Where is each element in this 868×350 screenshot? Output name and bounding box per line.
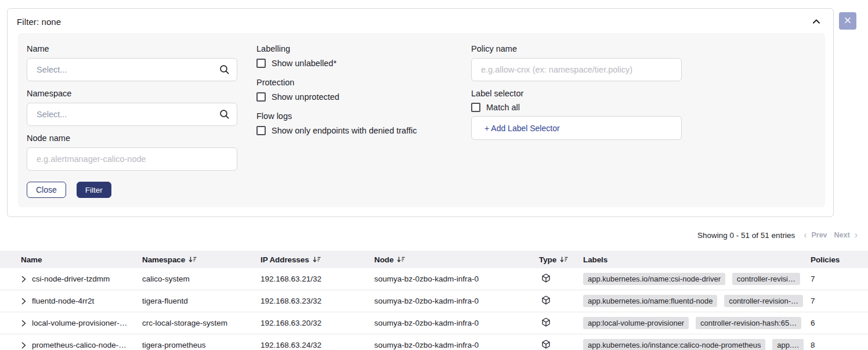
- name-select-input[interactable]: [27, 58, 237, 81]
- checkbox-icon: [256, 126, 266, 135]
- table-row[interactable]: fluentd-node-4rr2t tigera-fluentd 192.16…: [0, 290, 868, 312]
- dismiss-panel-button[interactable]: [839, 12, 856, 30]
- expand-row-icon[interactable]: [21, 341, 27, 349]
- endpoint-labels: app.kubernetes.io/name:fluentd-node cont…: [576, 295, 804, 307]
- endpoints-table: Name Namespace IP Addresses Node Type: [0, 251, 868, 350]
- sort-icon[interactable]: [313, 256, 321, 263]
- close-button[interactable]: Close: [27, 182, 66, 198]
- chevron-up-icon: [812, 17, 820, 26]
- endpoint-name: csi-node-driver-tzdmm: [32, 275, 110, 283]
- show-unprotected-checkbox[interactable]: Show unprotected: [256, 92, 451, 102]
- checkbox-icon: [471, 103, 480, 112]
- endpoint-node: soumya-bz-0zbo-kadm-infra-0: [367, 319, 532, 327]
- checkbox-icon: [256, 92, 266, 102]
- search-icon: [219, 64, 230, 77]
- prev-page-button[interactable]: Prev: [811, 231, 827, 239]
- endpoint-name: local-volume-provisioner-…: [32, 319, 127, 327]
- policy-name-input[interactable]: [471, 58, 682, 81]
- pod-cube-icon: [541, 295, 551, 306]
- endpoint-policies-count: 6: [804, 319, 868, 327]
- expand-row-icon[interactable]: [21, 275, 27, 283]
- endpoint-name: fluentd-node-4rr2t: [32, 297, 94, 305]
- denied-traffic-checkbox[interactable]: Show only endpoints with denied traffic: [256, 126, 451, 135]
- add-label-selector-button[interactable]: + Add Label Selector: [471, 116, 682, 140]
- close-icon: [844, 17, 851, 26]
- table-row[interactable]: local-volume-provisioner-… crc-local-sto…: [0, 312, 868, 334]
- node-name-input[interactable]: [27, 147, 237, 171]
- column-header-labels: Labels: [576, 255, 804, 264]
- label-chip: controller-revision-hash:65…: [696, 317, 801, 329]
- column-header-policies: Policies: [804, 255, 868, 264]
- label-chip: controller-revision-…: [724, 295, 803, 307]
- name-field-label: Name: [27, 44, 237, 53]
- endpoint-type: [532, 295, 576, 306]
- column-header-namespace[interactable]: Namespace: [135, 255, 254, 264]
- endpoint-labels: app.kubernetes.io/name:csi-node-driver c…: [576, 273, 804, 285]
- column-header-ip-addresses[interactable]: IP Addresses: [254, 255, 367, 264]
- endpoint-node: soumya-bz-0zbo-kadm-infra-0: [367, 297, 532, 305]
- next-page-button[interactable]: Next: [834, 231, 850, 239]
- sort-icon[interactable]: [397, 256, 405, 263]
- filter-panel: Filter: none Name: [7, 8, 856, 217]
- endpoint-namespace: tigera-prometheus: [135, 341, 254, 349]
- label-chip: app.…: [772, 339, 804, 350]
- column-header-type[interactable]: Type: [532, 255, 576, 264]
- chevron-right-icon[interactable]: ›: [855, 230, 858, 240]
- filter-form: Name Namespace: [18, 33, 825, 207]
- table-body: csi-node-driver-tzdmm calico-system 192.…: [0, 268, 868, 350]
- endpoint-policies-count: 7: [804, 275, 868, 283]
- checkbox-icon: [256, 59, 266, 68]
- search-icon: [219, 109, 230, 122]
- label-chip: app:local-volume-provisioner: [583, 317, 689, 329]
- chevron-left-icon[interactable]: ‹: [804, 230, 806, 240]
- endpoint-policies-count: 8: [804, 341, 868, 349]
- namespace-field-label: Namespace: [27, 89, 237, 98]
- filter-button[interactable]: Filter: [77, 182, 111, 198]
- node-name-field-label: Node name: [27, 133, 237, 143]
- table-row[interactable]: prometheus-calico-node-… tigera-promethe…: [0, 334, 868, 350]
- pod-cube-icon: [541, 340, 551, 350]
- protection-section-label: Protection: [256, 78, 451, 87]
- endpoint-ip: 192.168.63.21/32: [254, 275, 367, 283]
- filter-title: Filter: none: [17, 17, 61, 27]
- endpoint-type: [532, 273, 576, 284]
- endpoint-namespace: tigera-fluentd: [135, 297, 254, 305]
- label-chip: app.kubernetes.io/instance:calico-node-p…: [583, 339, 765, 350]
- labelling-section-label: Labelling: [256, 44, 451, 53]
- pod-cube-icon: [541, 317, 551, 329]
- namespace-select-input[interactable]: [27, 103, 237, 126]
- table-header-row: Name Namespace IP Addresses Node Type: [0, 251, 868, 268]
- endpoint-namespace: crc-local-storage-system: [135, 319, 254, 327]
- label-chip: controller-revisi…: [732, 273, 800, 285]
- table-row[interactable]: csi-node-driver-tzdmm calico-system 192.…: [0, 268, 868, 290]
- endpoint-type: [532, 340, 576, 350]
- label-chip: app.kubernetes.io/name:fluentd-node: [583, 295, 717, 307]
- endpoint-node: soumya-bz-0zbo-kadm-infra-0: [367, 275, 532, 283]
- endpoint-name: prometheus-calico-node-…: [32, 341, 126, 349]
- filter-card-header: Filter: none: [8, 9, 833, 33]
- collapse-filter-button[interactable]: [810, 16, 823, 27]
- sort-icon[interactable]: [560, 256, 568, 263]
- label-selector-section-label: Label selector: [471, 89, 682, 98]
- match-all-checkbox[interactable]: Match all: [471, 103, 682, 112]
- entries-summary: Showing 0 - 51 of 51 entries: [697, 231, 795, 240]
- endpoint-namespace: calico-system: [135, 275, 254, 283]
- flow-logs-section-label: Flow logs: [256, 111, 451, 121]
- show-unlabelled-checkbox[interactable]: Show unlabelled*: [256, 59, 451, 68]
- endpoint-ip: 192.168.63.20/32: [254, 319, 367, 327]
- endpoint-ip: 192.168.63.23/32: [254, 297, 367, 305]
- endpoint-labels: app:local-volume-provisioner controller-…: [576, 317, 804, 329]
- pod-cube-icon: [541, 273, 551, 284]
- filter-card: Filter: none Name: [7, 8, 834, 217]
- endpoint-ip: 192.168.63.24/32: [254, 341, 367, 349]
- sort-icon[interactable]: [189, 256, 197, 263]
- policy-name-field-label: Policy name: [471, 44, 682, 53]
- column-header-node[interactable]: Node: [367, 255, 532, 264]
- expand-row-icon[interactable]: [21, 297, 27, 305]
- label-chip: app.kubernetes.io/name:csi-node-driver: [583, 273, 725, 285]
- expand-row-icon[interactable]: [21, 319, 27, 327]
- endpoint-node: soumya-bz-0zbo-kadm-infra-0: [367, 341, 532, 349]
- endpoint-labels: app.kubernetes.io/instance:calico-node-p…: [576, 339, 804, 350]
- pagination: Showing 0 - 51 of 51 entries ‹ Prev Next…: [697, 230, 859, 240]
- column-header-name: Name: [0, 255, 135, 264]
